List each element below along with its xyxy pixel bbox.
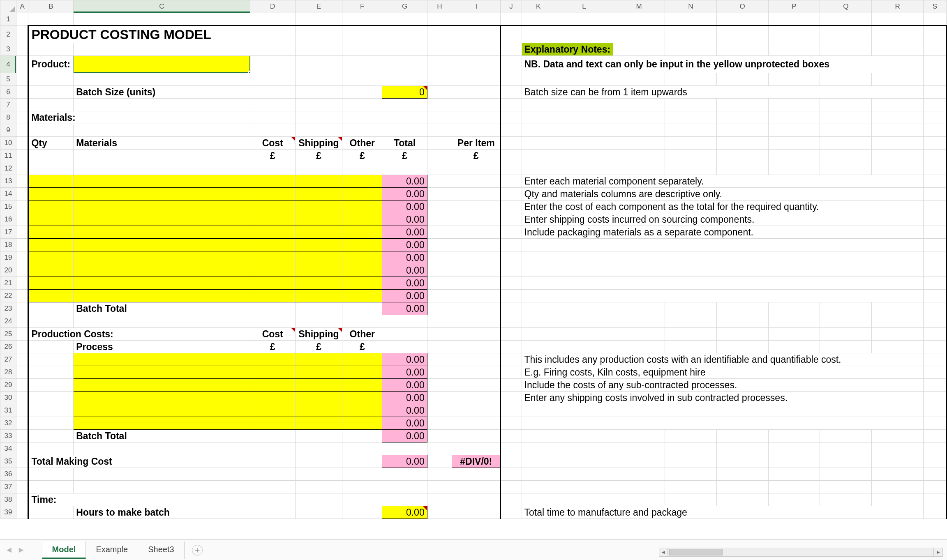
material-name-input[interactable]: [74, 200, 250, 213]
row-header-29[interactable]: 29: [0, 379, 16, 392]
col-header-J[interactable]: J: [501, 0, 522, 13]
material-shipping-input[interactable]: [295, 175, 342, 188]
row-header-3[interactable]: 3: [0, 43, 16, 56]
col-header-A[interactable]: A: [16, 0, 28, 13]
horizontal-scrollbar[interactable]: ◄ ►: [659, 548, 943, 557]
row-header-36[interactable]: 36: [0, 468, 16, 481]
row-header-20[interactable]: 20: [0, 264, 16, 277]
process-shipping-input[interactable]: [295, 353, 342, 366]
material-shipping-input[interactable]: [295, 277, 342, 290]
col-header-B[interactable]: B: [28, 0, 74, 13]
comment-indicator-icon[interactable]: [423, 506, 427, 510]
row-header-14[interactable]: 14: [0, 188, 16, 200]
process-cost-input[interactable]: [250, 417, 295, 430]
material-shipping-input[interactable]: [295, 226, 342, 239]
comment-indicator-icon[interactable]: [423, 86, 427, 90]
scroll-thumb[interactable]: [669, 549, 723, 555]
material-cost-input[interactable]: [250, 188, 295, 200]
comment-indicator-icon[interactable]: [291, 137, 295, 141]
comment-indicator-icon[interactable]: [291, 328, 295, 332]
col-header-S[interactable]: S: [923, 0, 946, 13]
col-header-P[interactable]: P: [768, 0, 820, 13]
row-header-33[interactable]: 33: [0, 430, 16, 442]
row-header-34[interactable]: 34: [0, 442, 16, 455]
col-header-D[interactable]: D: [250, 0, 295, 13]
material-name-input[interactable]: [74, 264, 250, 277]
material-name-input[interactable]: [74, 277, 250, 290]
process-name-input[interactable]: [74, 379, 250, 392]
material-name-input[interactable]: [74, 213, 250, 226]
row-header-19[interactable]: 19: [0, 251, 16, 264]
material-qty-input[interactable]: [28, 200, 74, 213]
sheet-nav-next-icon[interactable]: ►: [17, 545, 25, 555]
batch-size-input[interactable]: 0: [382, 86, 427, 99]
col-header-I[interactable]: I: [452, 0, 501, 13]
material-other-input[interactable]: [342, 239, 382, 251]
row-header-25[interactable]: 25: [0, 328, 16, 341]
material-qty-input[interactable]: [28, 226, 74, 239]
sheet-tab-sheet3[interactable]: Sheet3: [138, 542, 184, 559]
row-header-35[interactable]: 35: [0, 455, 16, 468]
material-qty-input[interactable]: [28, 213, 74, 226]
process-other-input[interactable]: [342, 404, 382, 417]
material-other-input[interactable]: [342, 277, 382, 290]
material-shipping-input[interactable]: [295, 200, 342, 213]
row-header-24[interactable]: 24: [0, 315, 16, 328]
row-header-4[interactable]: 4: [0, 56, 16, 73]
material-shipping-input[interactable]: [295, 213, 342, 226]
material-other-input[interactable]: [342, 175, 382, 188]
material-cost-input[interactable]: [250, 213, 295, 226]
material-cost-input[interactable]: [250, 290, 295, 302]
material-other-input[interactable]: [342, 264, 382, 277]
material-other-input[interactable]: [342, 290, 382, 302]
material-name-input[interactable]: [74, 188, 250, 200]
process-shipping-input[interactable]: [295, 404, 342, 417]
material-cost-input[interactable]: [250, 200, 295, 213]
process-shipping-input[interactable]: [295, 366, 342, 379]
col-header-L[interactable]: L: [555, 0, 613, 13]
row-header-37[interactable]: 37: [0, 481, 16, 493]
process-shipping-input[interactable]: [295, 379, 342, 392]
material-shipping-input[interactable]: [295, 264, 342, 277]
material-other-input[interactable]: [342, 226, 382, 239]
scroll-track[interactable]: [668, 548, 934, 557]
material-qty-input[interactable]: [28, 290, 74, 302]
sheet-tab-example[interactable]: Example: [86, 542, 138, 559]
process-cost-input[interactable]: [250, 392, 295, 404]
worksheet-grid[interactable]: A B C D E F G H I J K L M N O P Q R S 1 …: [0, 0, 947, 539]
material-cost-input[interactable]: [250, 264, 295, 277]
material-other-input[interactable]: [342, 251, 382, 264]
material-name-input[interactable]: [74, 251, 250, 264]
row-header-31[interactable]: 31: [0, 404, 16, 417]
row-header-38[interactable]: 38: [0, 493, 16, 506]
material-other-input[interactable]: [342, 188, 382, 200]
material-other-input[interactable]: [342, 213, 382, 226]
row-header-2[interactable]: 2: [0, 26, 16, 43]
process-other-input[interactable]: [342, 392, 382, 404]
col-header-K[interactable]: K: [522, 0, 555, 13]
row-header-30[interactable]: 30: [0, 392, 16, 404]
process-cost-input[interactable]: [250, 379, 295, 392]
comment-indicator-icon[interactable]: [338, 328, 342, 332]
material-cost-input[interactable]: [250, 277, 295, 290]
col-header-E[interactable]: E: [295, 0, 342, 13]
process-shipping-input[interactable]: [295, 417, 342, 430]
col-header-M[interactable]: M: [613, 0, 665, 13]
row-header-11[interactable]: 11: [0, 150, 16, 162]
col-header-G[interactable]: G: [382, 0, 427, 13]
sheet-tab-model[interactable]: Model: [42, 542, 86, 559]
material-shipping-input[interactable]: [295, 239, 342, 251]
row-header-23[interactable]: 23: [0, 302, 16, 315]
material-qty-input[interactable]: [28, 251, 74, 264]
material-qty-input[interactable]: [28, 239, 74, 251]
scroll-right-icon[interactable]: ►: [934, 548, 943, 557]
row-header-8[interactable]: 8: [0, 111, 16, 124]
process-shipping-input[interactable]: [295, 392, 342, 404]
material-cost-input[interactable]: [250, 226, 295, 239]
material-other-input[interactable]: [342, 200, 382, 213]
row-header-15[interactable]: 15: [0, 200, 16, 213]
material-qty-input[interactable]: [28, 188, 74, 200]
process-cost-input[interactable]: [250, 366, 295, 379]
process-name-input[interactable]: [74, 417, 250, 430]
process-cost-input[interactable]: [250, 353, 295, 366]
